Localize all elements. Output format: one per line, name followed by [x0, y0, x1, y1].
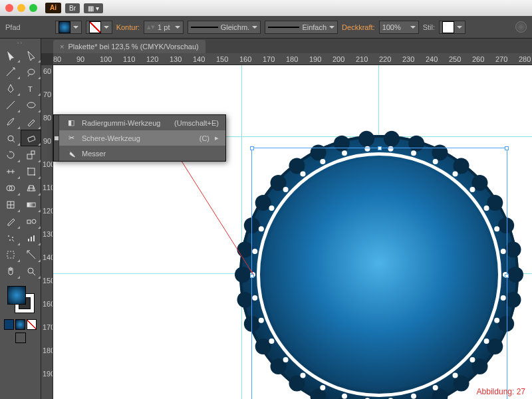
tool-icon: ◧ [66, 118, 76, 127]
opacity-value: 100% [382, 23, 401, 31]
svg-text:T: T [28, 85, 33, 93]
svg-rect-20 [31, 237, 32, 241]
stroke-swatch-dropdown[interactable] [86, 21, 112, 34]
svg-point-16 [8, 235, 9, 237]
svg-rect-13 [27, 203, 35, 207]
stroke-profile-dropdown[interactable]: Gleichm. [188, 21, 261, 34]
graph-tool[interactable] [21, 229, 41, 246]
line-tool[interactable] [0, 96, 21, 113]
document-tab[interactable]: × Plakette* bei 123,5 % (CMYK/Vorschau) [53, 40, 205, 53]
window-titlebar: Ai Br ▦ ▾ [0, 0, 532, 16]
eraser-tool[interactable] [21, 130, 41, 146]
type-tool[interactable]: T [21, 80, 41, 96]
flyout-item-messer[interactable]: 🔪 Messer [59, 146, 225, 161]
opacity-dropdown[interactable]: 100% [379, 21, 419, 34]
svg-line-1 [7, 101, 15, 109]
fill-stroke-swatch[interactable] [7, 286, 34, 313]
app-logo-icon: Ai [45, 3, 61, 13]
brush-dropdown[interactable]: Einfach [265, 21, 338, 34]
arrange-documents-button[interactable]: ▦ ▾ [84, 3, 103, 13]
svg-rect-21 [33, 235, 35, 241]
vertical-ruler[interactable]: 60708090100110120130140150160170180190 [41, 65, 53, 399]
opacity-label: Deckkraft: [342, 23, 375, 31]
svg-rect-19 [28, 239, 29, 241]
direct-selection-tool[interactable] [21, 47, 41, 63]
svg-rect-6 [31, 151, 35, 154]
flyout-item-shortcut: (C) [200, 134, 209, 142]
minimize-window-icon[interactable] [17, 4, 25, 12]
symbol-sprayer-tool[interactable] [0, 229, 21, 246]
svg-point-23 [28, 268, 33, 273]
paintbrush-tool[interactable] [0, 113, 21, 130]
submenu-arrow-icon: ▸ [215, 134, 219, 142]
brush-value: Einfach [302, 23, 327, 31]
flyout-item-label: Schere-Werkzeug [82, 134, 140, 142]
document-tab-bar: × Plakette* bei 123,5 % (CMYK/Vorschau) [0, 39, 532, 53]
style-dropdown[interactable] [439, 21, 466, 34]
recolor-artwork-icon[interactable] [515, 21, 527, 33]
svg-rect-4 [27, 136, 35, 142]
figure-caption: Abbildung: 27 [477, 387, 525, 396]
flyout-item-label: Messer [82, 150, 106, 158]
svg-point-3 [8, 136, 13, 141]
width-tool[interactable] [0, 163, 21, 180]
bridge-button[interactable]: Br [65, 3, 80, 13]
color-mode-icon[interactable] [4, 319, 14, 330]
flyout-item-label: Radiergummi-Werkzeug [82, 119, 160, 127]
document-tab-title: Plakette* bei 123,5 % (CMYK/Vorschau) [68, 43, 198, 51]
slice-tool[interactable] [21, 246, 41, 263]
horizontal-ruler[interactable]: 8090100110120130140150160170180190200210… [53, 53, 532, 65]
svg-rect-22 [7, 251, 14, 258]
close-tab-icon[interactable]: × [60, 43, 64, 51]
tool-icon: ✂ [66, 134, 76, 142]
shape-builder-tool[interactable] [0, 180, 21, 196]
stroke-weight-value: 1 pt [158, 23, 170, 31]
flyout-item-radiergummi-werkzeug[interactable]: ◧ Radiergummi-Werkzeug (Umschalt+E) [59, 115, 225, 130]
zoom-window-icon[interactable] [29, 4, 37, 12]
screen-mode-icon[interactable] [15, 332, 26, 343]
tool-flyout-menu: ◧ Radiergummi-Werkzeug (Umschalt+E) ✂ Sc… [53, 114, 226, 162]
object-type-label: Pfad [5, 23, 21, 31]
svg-rect-7 [28, 168, 35, 175]
svg-rect-5 [27, 154, 32, 159]
magic-wand-tool[interactable] [0, 63, 21, 80]
artboard-tool[interactable] [0, 246, 21, 263]
gradient-mode-icon[interactable] [15, 319, 25, 330]
rotate-tool[interactable] [0, 146, 21, 163]
free-transform-tool[interactable] [21, 163, 41, 180]
svg-point-18 [9, 239, 11, 241]
selection-bounds [251, 148, 507, 399]
flyout-item-shortcut: (Umschalt+E) [174, 119, 219, 127]
stroke-label: Kontur: [116, 23, 140, 31]
stroke-profile-value: Gleichm. [221, 23, 249, 31]
panel-grip[interactable]: ›› [0, 39, 41, 47]
none-mode-icon[interactable] [27, 319, 37, 330]
flyout-item-schere-werkzeug[interactable]: ✂ Schere-Werkzeug (C) ▸ [59, 130, 225, 146]
svg-point-8 [27, 168, 29, 169]
svg-rect-14 [27, 220, 31, 223]
svg-point-15 [32, 219, 36, 223]
gradient-tool[interactable] [21, 196, 41, 213]
pencil-tool[interactable] [21, 113, 41, 130]
fill-swatch-dropdown[interactable] [55, 21, 82, 34]
svg-point-17 [12, 237, 13, 238]
style-label: Stil: [423, 23, 435, 31]
tool-icon: 🔪 [66, 149, 76, 158]
blob-brush-tool[interactable] [0, 130, 21, 146]
blend-tool[interactable] [21, 213, 41, 229]
pen-tool[interactable] [0, 80, 21, 96]
zoom-tool[interactable] [21, 263, 41, 279]
svg-point-2 [27, 102, 35, 108]
hand-tool[interactable] [0, 263, 21, 279]
mesh-tool[interactable] [0, 196, 21, 213]
ellipse-tool[interactable] [21, 96, 41, 113]
eyedropper-tool[interactable] [0, 213, 21, 229]
perspective-grid-tool[interactable] [21, 180, 41, 196]
selection-tool[interactable] [0, 47, 21, 63]
close-window-icon[interactable] [5, 4, 13, 12]
lasso-tool[interactable] [21, 63, 41, 80]
scale-tool[interactable] [21, 146, 41, 163]
control-bar: Pfad Kontur: ▴▾1 pt Gleichm. Einfach Dec… [0, 16, 532, 39]
toolbox-panel: ›› T [0, 39, 41, 399]
stroke-weight-dropdown[interactable]: ▴▾1 pt [144, 21, 184, 34]
